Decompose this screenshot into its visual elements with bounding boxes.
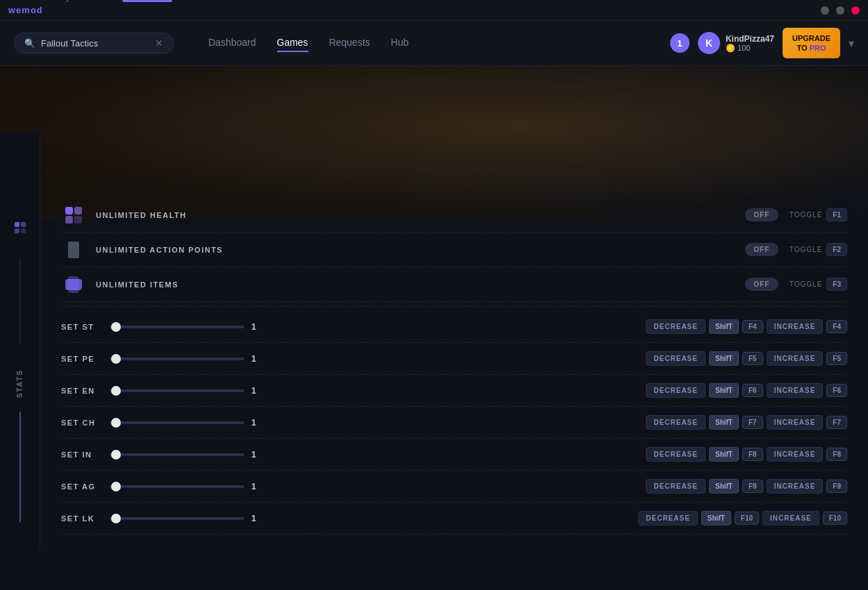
increase-button[interactable]: INCREASE bbox=[767, 383, 824, 398]
avatar[interactable]: K bbox=[698, 32, 720, 54]
increase-button[interactable]: INCREASE bbox=[767, 351, 824, 366]
decrease-button[interactable]: DECREASE bbox=[646, 415, 706, 430]
cheat-name: UNLIMITED ACTION POINTS bbox=[96, 246, 745, 254]
slider-track[interactable] bbox=[110, 485, 244, 488]
cheat-row: UNLIMITED HEALTH OFF TOGGLE F1 bbox=[61, 198, 847, 233]
shift-key[interactable]: ShifT bbox=[709, 447, 739, 462]
shift-key[interactable]: ShifT bbox=[709, 351, 739, 366]
slider-thumb[interactable] bbox=[111, 322, 121, 332]
notification-badge[interactable]: 1 bbox=[670, 33, 690, 53]
cheat-name: UNLIMITED ITEMS bbox=[96, 280, 745, 289]
nav-requests[interactable]: Requests bbox=[329, 34, 370, 52]
search-icon: 🔍 bbox=[24, 38, 35, 49]
sidebar-divider bbox=[19, 260, 21, 343]
decrease-key[interactable]: F7 bbox=[742, 416, 763, 429]
shift-key[interactable]: ShifT bbox=[709, 415, 739, 430]
increase-key[interactable]: F8 bbox=[826, 448, 847, 461]
shift-key[interactable]: ShifT bbox=[709, 383, 739, 398]
hotkey-key[interactable]: F1 bbox=[826, 208, 847, 221]
slider-thumb[interactable] bbox=[111, 418, 121, 428]
svg-rect-8 bbox=[68, 242, 79, 258]
cheat-name: UNLIMITED HEALTH bbox=[96, 211, 745, 219]
decrease-button[interactable]: DECREASE bbox=[646, 383, 706, 398]
slider-row: SET AG 1 DECREASE ShifT F9 INCREASE F9 bbox=[61, 471, 847, 503]
nav-links: Dashboard Games Requests Hub bbox=[208, 34, 656, 52]
nav-games[interactable]: Games bbox=[277, 34, 308, 52]
decrease-key[interactable]: F8 bbox=[742, 448, 763, 461]
hotkey-key[interactable]: F2 bbox=[826, 243, 847, 256]
stat-name: SET AG bbox=[61, 482, 110, 491]
slider-track-wrap: 1 bbox=[110, 322, 262, 332]
slider-track[interactable] bbox=[110, 326, 244, 328]
slider-hotkeys: DECREASE ShifT F4 INCREASE F4 bbox=[646, 319, 847, 334]
coin-icon: 🪙 bbox=[726, 44, 735, 52]
slider-thumb[interactable] bbox=[111, 450, 121, 460]
slider-track[interactable] bbox=[110, 421, 244, 424]
search-box[interactable]: 🔍 Fallout Tactics ✕ bbox=[14, 33, 174, 53]
toggle-switch[interactable]: OFF bbox=[745, 208, 778, 221]
slider-track-wrap: 1 bbox=[110, 450, 262, 460]
decrease-key[interactable]: F9 bbox=[742, 480, 763, 493]
nav-hub[interactable]: Hub bbox=[391, 34, 409, 52]
game-author-prefix: by bbox=[61, 0, 70, 2]
increase-key[interactable]: F4 bbox=[826, 320, 847, 333]
shift-key[interactable]: ShifT bbox=[701, 511, 731, 525]
slider-thumb[interactable] bbox=[111, 514, 121, 523]
slider-thumb[interactable] bbox=[111, 482, 121, 491]
toggle-switch[interactable]: OFF bbox=[745, 278, 778, 291]
decrease-button[interactable]: DECREASE bbox=[646, 351, 706, 366]
increase-button[interactable]: INCREASE bbox=[767, 415, 824, 430]
nav-dashboard[interactable]: Dashboard bbox=[208, 34, 256, 52]
svg-rect-10 bbox=[68, 276, 79, 293]
hotkey-key[interactable]: F3 bbox=[826, 278, 847, 291]
sidebar-icon-cheats[interactable] bbox=[8, 215, 33, 240]
slider-hotkeys: DECREASE ShifT F9 INCREASE F9 bbox=[646, 479, 847, 494]
shift-key[interactable]: ShifT bbox=[709, 319, 739, 334]
chevron-down-icon[interactable]: ▾ bbox=[849, 37, 854, 50]
increase-button[interactable]: INCREASE bbox=[767, 447, 824, 462]
slider-hotkeys: DECREASE ShifT F8 INCREASE F8 bbox=[646, 447, 847, 462]
slider-thumb[interactable] bbox=[111, 386, 121, 396]
stat-name: SET LK bbox=[61, 514, 110, 523]
svg-rect-6 bbox=[65, 216, 73, 224]
increase-button[interactable]: INCREASE bbox=[762, 511, 819, 525]
search-input[interactable]: Fallout Tactics bbox=[41, 38, 149, 49]
slider-track[interactable] bbox=[110, 517, 244, 520]
slider-value: 1 bbox=[251, 514, 262, 523]
game-author: MrAntiFun bbox=[77, 0, 115, 2]
slider-track[interactable] bbox=[110, 389, 244, 392]
slider-track[interactable] bbox=[110, 453, 244, 456]
decrease-button[interactable]: DECREASE bbox=[646, 479, 706, 494]
decrease-button[interactable]: DECREASE bbox=[638, 511, 698, 525]
increase-key[interactable]: F6 bbox=[826, 384, 847, 397]
upgrade-button[interactable]: UPGRADE TO PRO bbox=[783, 28, 840, 59]
decrease-key[interactable]: F5 bbox=[742, 352, 763, 365]
svg-rect-2 bbox=[14, 228, 19, 233]
cheats-section: UNLIMITED HEALTH OFF TOGGLE F1 UNLIMITED… bbox=[61, 198, 847, 534]
slider-track[interactable] bbox=[110, 357, 244, 360]
slider-track-wrap: 1 bbox=[110, 386, 262, 396]
svg-rect-0 bbox=[14, 222, 19, 227]
decrease-key[interactable]: F10 bbox=[735, 512, 759, 525]
slider-thumb[interactable] bbox=[111, 354, 121, 364]
decrease-key[interactable]: F4 bbox=[742, 320, 763, 333]
cheats-list: UNLIMITED HEALTH OFF TOGGLE F1 UNLIMITED… bbox=[61, 198, 847, 302]
decrease-button[interactable]: DECREASE bbox=[646, 319, 706, 334]
increase-key[interactable]: F5 bbox=[826, 352, 847, 365]
increase-key[interactable]: F9 bbox=[826, 480, 847, 493]
increase-button[interactable]: INCREASE bbox=[767, 479, 824, 494]
slider-row: SET CH 1 DECREASE ShifT F7 INCREASE F7 bbox=[61, 407, 847, 439]
slider-row: SET EN 1 DECREASE ShifT F6 INCREASE F6 bbox=[61, 375, 847, 407]
increase-button[interactable]: INCREASE bbox=[767, 319, 824, 334]
app-logo: wemod bbox=[8, 5, 43, 15]
search-clear-icon[interactable]: ✕ bbox=[155, 37, 163, 49]
increase-key[interactable]: F10 bbox=[823, 512, 847, 525]
increase-key[interactable]: F7 bbox=[826, 416, 847, 429]
nav-right: 1 K KindPizza47 🪙 100 UPGRADE TO PRO ▾ bbox=[670, 28, 854, 59]
hotkey-label: TOGGLE bbox=[790, 211, 823, 219]
toggle-switch[interactable]: OFF bbox=[745, 243, 778, 256]
decrease-key[interactable]: F6 bbox=[742, 384, 763, 397]
stat-name: SET CH bbox=[61, 419, 110, 427]
shift-key[interactable]: ShifT bbox=[709, 479, 739, 494]
decrease-button[interactable]: DECREASE bbox=[646, 447, 706, 462]
